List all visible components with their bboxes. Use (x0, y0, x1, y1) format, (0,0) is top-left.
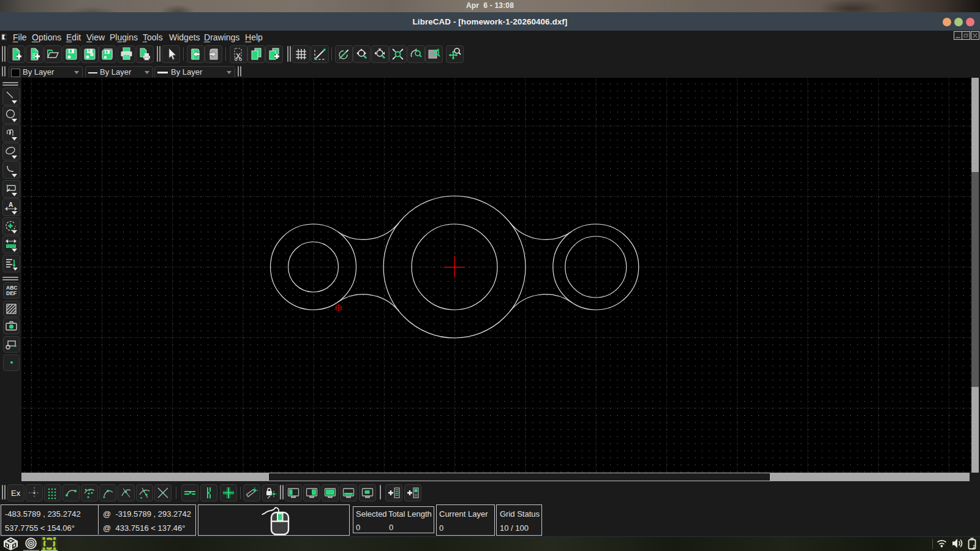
svg-text:DEF: DEF (6, 290, 17, 296)
svg-text:Ex: Ex (11, 489, 21, 498)
svg-text:A: A (9, 201, 13, 208)
